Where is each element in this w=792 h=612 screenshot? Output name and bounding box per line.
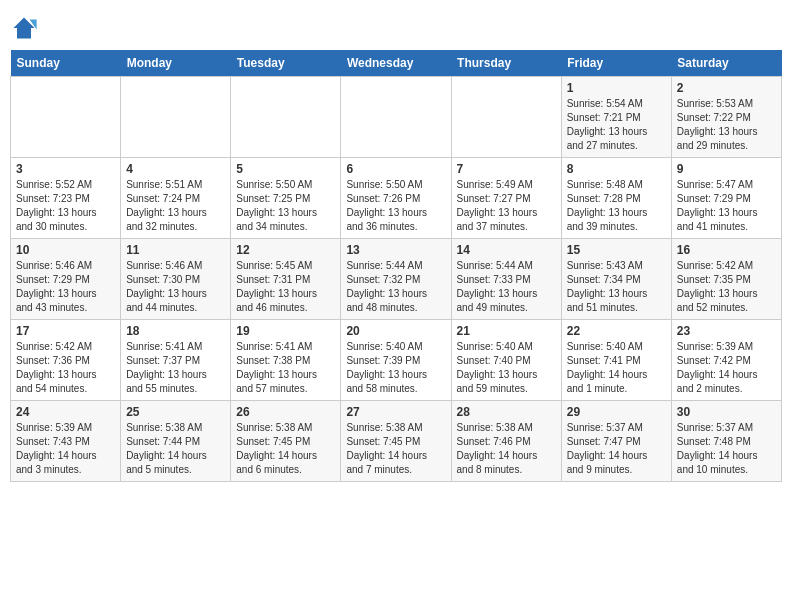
calendar-cell: 21Sunrise: 5:40 AMSunset: 7:40 PMDayligh… — [451, 320, 561, 401]
day-info: Sunrise: 5:46 AMSunset: 7:30 PMDaylight:… — [126, 259, 225, 315]
calendar-cell: 11Sunrise: 5:46 AMSunset: 7:30 PMDayligh… — [121, 239, 231, 320]
day-info: Sunrise: 5:40 AMSunset: 7:40 PMDaylight:… — [457, 340, 556, 396]
weekday-header-row: SundayMondayTuesdayWednesdayThursdayFrid… — [11, 50, 782, 77]
calendar-cell: 25Sunrise: 5:38 AMSunset: 7:44 PMDayligh… — [121, 401, 231, 482]
day-number: 26 — [236, 405, 335, 419]
day-number: 1 — [567, 81, 666, 95]
day-info: Sunrise: 5:42 AMSunset: 7:36 PMDaylight:… — [16, 340, 115, 396]
day-info: Sunrise: 5:50 AMSunset: 7:25 PMDaylight:… — [236, 178, 335, 234]
calendar-cell: 22Sunrise: 5:40 AMSunset: 7:41 PMDayligh… — [561, 320, 671, 401]
calendar-cell: 19Sunrise: 5:41 AMSunset: 7:38 PMDayligh… — [231, 320, 341, 401]
day-number: 14 — [457, 243, 556, 257]
calendar-cell: 5Sunrise: 5:50 AMSunset: 7:25 PMDaylight… — [231, 158, 341, 239]
day-number: 7 — [457, 162, 556, 176]
calendar-cell — [231, 77, 341, 158]
day-number: 28 — [457, 405, 556, 419]
weekday-header-sunday: Sunday — [11, 50, 121, 77]
day-info: Sunrise: 5:39 AMSunset: 7:42 PMDaylight:… — [677, 340, 776, 396]
calendar-table: SundayMondayTuesdayWednesdayThursdayFrid… — [10, 50, 782, 482]
day-info: Sunrise: 5:45 AMSunset: 7:31 PMDaylight:… — [236, 259, 335, 315]
weekday-header-wednesday: Wednesday — [341, 50, 451, 77]
day-info: Sunrise: 5:38 AMSunset: 7:45 PMDaylight:… — [236, 421, 335, 477]
day-info: Sunrise: 5:41 AMSunset: 7:37 PMDaylight:… — [126, 340, 225, 396]
calendar-cell: 3Sunrise: 5:52 AMSunset: 7:23 PMDaylight… — [11, 158, 121, 239]
calendar-cell: 23Sunrise: 5:39 AMSunset: 7:42 PMDayligh… — [671, 320, 781, 401]
calendar-cell: 17Sunrise: 5:42 AMSunset: 7:36 PMDayligh… — [11, 320, 121, 401]
day-info: Sunrise: 5:44 AMSunset: 7:32 PMDaylight:… — [346, 259, 445, 315]
day-number: 5 — [236, 162, 335, 176]
week-row-3: 10Sunrise: 5:46 AMSunset: 7:29 PMDayligh… — [11, 239, 782, 320]
day-number: 3 — [16, 162, 115, 176]
calendar-cell: 27Sunrise: 5:38 AMSunset: 7:45 PMDayligh… — [341, 401, 451, 482]
day-info: Sunrise: 5:42 AMSunset: 7:35 PMDaylight:… — [677, 259, 776, 315]
weekday-header-thursday: Thursday — [451, 50, 561, 77]
day-number: 13 — [346, 243, 445, 257]
day-info: Sunrise: 5:54 AMSunset: 7:21 PMDaylight:… — [567, 97, 666, 153]
day-info: Sunrise: 5:38 AMSunset: 7:45 PMDaylight:… — [346, 421, 445, 477]
logo-icon — [10, 14, 38, 42]
calendar-cell: 24Sunrise: 5:39 AMSunset: 7:43 PMDayligh… — [11, 401, 121, 482]
week-row-1: 1Sunrise: 5:54 AMSunset: 7:21 PMDaylight… — [11, 77, 782, 158]
calendar-cell: 26Sunrise: 5:38 AMSunset: 7:45 PMDayligh… — [231, 401, 341, 482]
day-info: Sunrise: 5:44 AMSunset: 7:33 PMDaylight:… — [457, 259, 556, 315]
week-row-2: 3Sunrise: 5:52 AMSunset: 7:23 PMDaylight… — [11, 158, 782, 239]
calendar-cell: 18Sunrise: 5:41 AMSunset: 7:37 PMDayligh… — [121, 320, 231, 401]
day-info: Sunrise: 5:47 AMSunset: 7:29 PMDaylight:… — [677, 178, 776, 234]
week-row-4: 17Sunrise: 5:42 AMSunset: 7:36 PMDayligh… — [11, 320, 782, 401]
day-number: 2 — [677, 81, 776, 95]
day-number: 10 — [16, 243, 115, 257]
day-number: 17 — [16, 324, 115, 338]
weekday-header-friday: Friday — [561, 50, 671, 77]
day-number: 12 — [236, 243, 335, 257]
calendar-cell: 28Sunrise: 5:38 AMSunset: 7:46 PMDayligh… — [451, 401, 561, 482]
day-number: 4 — [126, 162, 225, 176]
day-info: Sunrise: 5:40 AMSunset: 7:41 PMDaylight:… — [567, 340, 666, 396]
day-number: 29 — [567, 405, 666, 419]
calendar-cell: 14Sunrise: 5:44 AMSunset: 7:33 PMDayligh… — [451, 239, 561, 320]
calendar-cell — [451, 77, 561, 158]
calendar-cell: 6Sunrise: 5:50 AMSunset: 7:26 PMDaylight… — [341, 158, 451, 239]
day-number: 19 — [236, 324, 335, 338]
day-number: 21 — [457, 324, 556, 338]
calendar-cell: 20Sunrise: 5:40 AMSunset: 7:39 PMDayligh… — [341, 320, 451, 401]
calendar-cell: 29Sunrise: 5:37 AMSunset: 7:47 PMDayligh… — [561, 401, 671, 482]
day-info: Sunrise: 5:39 AMSunset: 7:43 PMDaylight:… — [16, 421, 115, 477]
calendar-cell: 2Sunrise: 5:53 AMSunset: 7:22 PMDaylight… — [671, 77, 781, 158]
calendar-cell: 15Sunrise: 5:43 AMSunset: 7:34 PMDayligh… — [561, 239, 671, 320]
calendar-cell: 16Sunrise: 5:42 AMSunset: 7:35 PMDayligh… — [671, 239, 781, 320]
day-number: 8 — [567, 162, 666, 176]
day-info: Sunrise: 5:53 AMSunset: 7:22 PMDaylight:… — [677, 97, 776, 153]
logo — [10, 14, 42, 42]
calendar-cell: 7Sunrise: 5:49 AMSunset: 7:27 PMDaylight… — [451, 158, 561, 239]
day-info: Sunrise: 5:40 AMSunset: 7:39 PMDaylight:… — [346, 340, 445, 396]
day-number: 18 — [126, 324, 225, 338]
day-number: 23 — [677, 324, 776, 338]
calendar-cell — [121, 77, 231, 158]
day-info: Sunrise: 5:38 AMSunset: 7:44 PMDaylight:… — [126, 421, 225, 477]
day-number: 20 — [346, 324, 445, 338]
day-info: Sunrise: 5:37 AMSunset: 7:47 PMDaylight:… — [567, 421, 666, 477]
week-row-5: 24Sunrise: 5:39 AMSunset: 7:43 PMDayligh… — [11, 401, 782, 482]
day-number: 15 — [567, 243, 666, 257]
day-info: Sunrise: 5:43 AMSunset: 7:34 PMDaylight:… — [567, 259, 666, 315]
weekday-header-saturday: Saturday — [671, 50, 781, 77]
header — [10, 10, 782, 42]
calendar-cell: 13Sunrise: 5:44 AMSunset: 7:32 PMDayligh… — [341, 239, 451, 320]
calendar-cell: 9Sunrise: 5:47 AMSunset: 7:29 PMDaylight… — [671, 158, 781, 239]
day-info: Sunrise: 5:37 AMSunset: 7:48 PMDaylight:… — [677, 421, 776, 477]
day-info: Sunrise: 5:52 AMSunset: 7:23 PMDaylight:… — [16, 178, 115, 234]
day-number: 27 — [346, 405, 445, 419]
calendar-cell: 10Sunrise: 5:46 AMSunset: 7:29 PMDayligh… — [11, 239, 121, 320]
day-info: Sunrise: 5:50 AMSunset: 7:26 PMDaylight:… — [346, 178, 445, 234]
calendar-cell — [11, 77, 121, 158]
day-number: 24 — [16, 405, 115, 419]
day-info: Sunrise: 5:51 AMSunset: 7:24 PMDaylight:… — [126, 178, 225, 234]
day-info: Sunrise: 5:49 AMSunset: 7:27 PMDaylight:… — [457, 178, 556, 234]
day-number: 9 — [677, 162, 776, 176]
calendar-cell: 12Sunrise: 5:45 AMSunset: 7:31 PMDayligh… — [231, 239, 341, 320]
day-info: Sunrise: 5:46 AMSunset: 7:29 PMDaylight:… — [16, 259, 115, 315]
day-number: 16 — [677, 243, 776, 257]
day-number: 30 — [677, 405, 776, 419]
day-number: 22 — [567, 324, 666, 338]
day-info: Sunrise: 5:48 AMSunset: 7:28 PMDaylight:… — [567, 178, 666, 234]
